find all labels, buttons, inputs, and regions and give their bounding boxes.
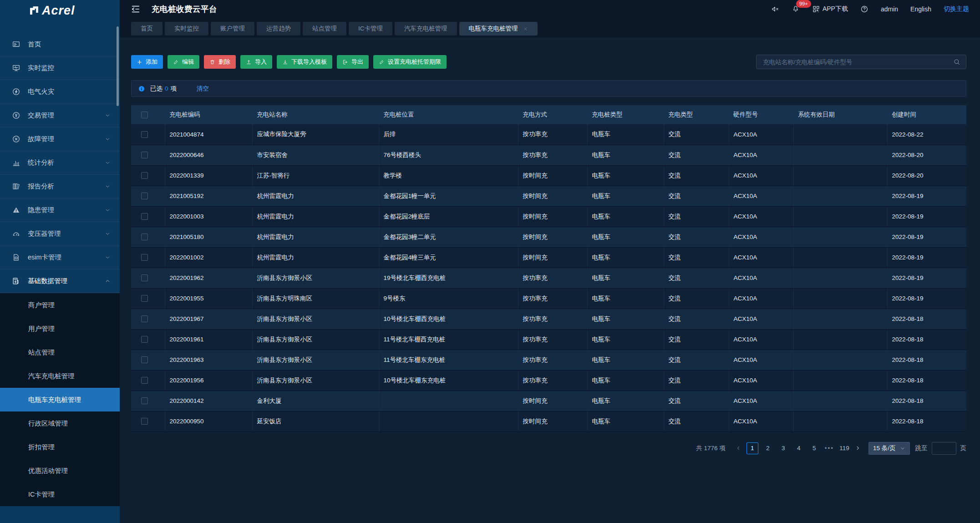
set-trusteeship-period-button[interactable]: 设置充电桩托管期限 xyxy=(373,55,447,69)
sidebar-item[interactable]: 故障管理 xyxy=(0,127,120,151)
import-button[interactable]: 导入 xyxy=(240,55,272,69)
table-cell: 2022001967 xyxy=(165,309,252,329)
page-number-1[interactable]: 1 xyxy=(746,442,758,454)
sidebar-subitem[interactable]: 站点管理 xyxy=(0,340,120,364)
table-cell: 市安装宿舍 xyxy=(252,145,379,165)
close-icon[interactable] xyxy=(523,26,528,31)
tab[interactable]: 账户管理 xyxy=(211,22,254,36)
page-number-3[interactable]: 3 xyxy=(777,442,789,454)
sidebar-scrollbar[interactable] xyxy=(117,26,119,106)
table-cell: 2022001955 xyxy=(165,288,252,309)
row-checkbox[interactable] xyxy=(141,315,148,322)
prev-page-button[interactable] xyxy=(733,442,745,454)
help-icon[interactable] xyxy=(860,5,868,13)
page-number-119[interactable]: 119 xyxy=(838,442,850,454)
table-cell: ACX10A xyxy=(729,391,793,411)
clear-selection-link[interactable]: 清空 xyxy=(197,85,209,93)
app-download-link[interactable]: APP下载 xyxy=(812,5,848,13)
sidebar-subitem[interactable]: 行政区域管理 xyxy=(0,411,120,435)
sidebar-subitem[interactable]: 优惠活动管理 xyxy=(0,459,120,482)
tab[interactable]: 运营趋势 xyxy=(257,22,300,36)
sidebar-subitem[interactable]: 汽车充电桩管理 xyxy=(0,364,120,388)
sidebar-subitem[interactable]: 用户管理 xyxy=(0,317,120,340)
download-icon xyxy=(282,59,288,65)
tab-label: 汽车充电桩管理 xyxy=(404,25,447,33)
tab[interactable]: 站点管理 xyxy=(303,22,346,36)
tab[interactable]: 实时监控 xyxy=(165,22,208,36)
speaker-mute-icon[interactable] xyxy=(771,5,779,13)
tab[interactable]: 汽车充电桩管理 xyxy=(395,22,457,36)
sidebar-item[interactable]: 首页 xyxy=(0,33,120,56)
tab-label: 首页 xyxy=(141,25,153,33)
sidebar-item[interactable]: 基础数据管理 xyxy=(0,269,120,293)
row-checkbox[interactable] xyxy=(141,234,148,240)
table-row: 2022001963沂南县东方御景小区11号楼北车棚东充电桩按功率充电瓶车交流A… xyxy=(131,350,966,370)
sidebar-subitem-label: IC卡管理 xyxy=(28,490,55,499)
sidebar-subitem[interactable]: 商户管理 xyxy=(0,293,120,317)
plus-icon xyxy=(137,59,142,65)
user-menu[interactable]: admin xyxy=(881,5,898,13)
delete-button[interactable]: 删除 xyxy=(204,55,236,69)
row-checkbox[interactable] xyxy=(141,336,148,343)
page-number-5[interactable]: 5 xyxy=(808,442,820,454)
sidebar-item[interactable]: 变压器管理 xyxy=(0,222,120,246)
row-checkbox[interactable] xyxy=(141,213,148,220)
menu-fold-icon[interactable] xyxy=(131,4,141,14)
tab[interactable]: 电瓶车充电桩管理 xyxy=(459,22,538,36)
acrel-logo-icon xyxy=(28,5,40,16)
tab[interactable]: 首页 xyxy=(131,22,162,36)
chevron-left-icon xyxy=(736,445,741,451)
jump-page-input[interactable] xyxy=(932,442,956,455)
table-cell xyxy=(793,350,887,370)
row-checkbox[interactable] xyxy=(141,172,148,179)
next-page-button[interactable] xyxy=(852,442,864,454)
row-checkbox[interactable] xyxy=(141,356,148,363)
row-checkbox[interactable] xyxy=(141,377,148,384)
row-checkbox[interactable] xyxy=(141,274,148,281)
table-cell: 按功率充 xyxy=(518,268,587,288)
row-checkbox[interactable] xyxy=(141,295,148,302)
theme-switch-link[interactable]: 切换主题 xyxy=(944,5,969,13)
search-input[interactable] xyxy=(762,58,953,66)
page-number-4[interactable]: 4 xyxy=(793,442,805,454)
row-checkbox[interactable] xyxy=(141,418,148,425)
select-all-checkbox[interactable] xyxy=(141,112,148,118)
tab[interactable]: IC卡管理 xyxy=(349,22,392,36)
sidebar-item[interactable]: 隐患管理 xyxy=(0,198,120,222)
sidebar-item[interactable]: 报告分析 xyxy=(0,175,120,198)
table-cell: 2022-08-18 xyxy=(887,391,966,411)
table-cell: 杭州雷霆电力 xyxy=(252,206,379,227)
download-template-button[interactable]: 下载导入模板 xyxy=(277,55,332,69)
sidebar-item-label: 首页 xyxy=(28,40,41,49)
sidebar-submenu: 商户管理用户管理站点管理汽车充电桩管理电瓶车充电桩管理行政区域管理折扣管理优惠活… xyxy=(0,293,120,506)
table-row: 2022000950延安饭店按时间充电瓶车交流ACX10A2022-08-18 xyxy=(131,411,966,432)
table-cell: 2022001963 xyxy=(165,350,252,370)
sidebar-subitem[interactable]: 折扣管理 xyxy=(0,435,120,459)
sidebar-item[interactable]: 统计分析 xyxy=(0,151,120,175)
sidebar-item[interactable]: esim卡管理 xyxy=(0,246,120,269)
sidebar-item[interactable]: 交易管理 xyxy=(0,104,120,127)
row-checkbox[interactable] xyxy=(141,397,148,404)
edit-button[interactable]: 编辑 xyxy=(168,55,199,69)
sidebar-subitem[interactable]: 电瓶车充电桩管理 xyxy=(0,388,120,411)
language-switch[interactable]: English xyxy=(910,5,931,13)
search-icon[interactable] xyxy=(953,58,960,66)
table-cell: ACX10A xyxy=(729,145,793,165)
table-cell: 2022001956 xyxy=(165,370,252,391)
notification-bell[interactable]: 99+ xyxy=(792,5,800,14)
row-checkbox[interactable] xyxy=(141,131,148,138)
pagination-ellipsis[interactable]: ••• xyxy=(825,445,834,452)
sidebar-subitem-label: 电瓶车充电桩管理 xyxy=(28,396,81,404)
sidebar-subitem[interactable]: IC卡管理 xyxy=(0,482,120,506)
add-button[interactable]: 添加 xyxy=(131,55,163,69)
page-size-select[interactable]: 15 条/页 xyxy=(868,442,910,455)
table-cell: 2022001962 xyxy=(165,268,252,288)
row-checkbox[interactable] xyxy=(141,254,148,261)
sidebar-item[interactable]: 电气火灾 xyxy=(0,80,120,104)
table-cell xyxy=(793,329,887,350)
row-checkbox[interactable] xyxy=(141,193,148,199)
row-checkbox[interactable] xyxy=(141,152,148,158)
export-button[interactable]: 导出 xyxy=(337,55,369,69)
sidebar-item[interactable]: 实时监控 xyxy=(0,56,120,80)
page-number-2[interactable]: 2 xyxy=(762,442,774,454)
